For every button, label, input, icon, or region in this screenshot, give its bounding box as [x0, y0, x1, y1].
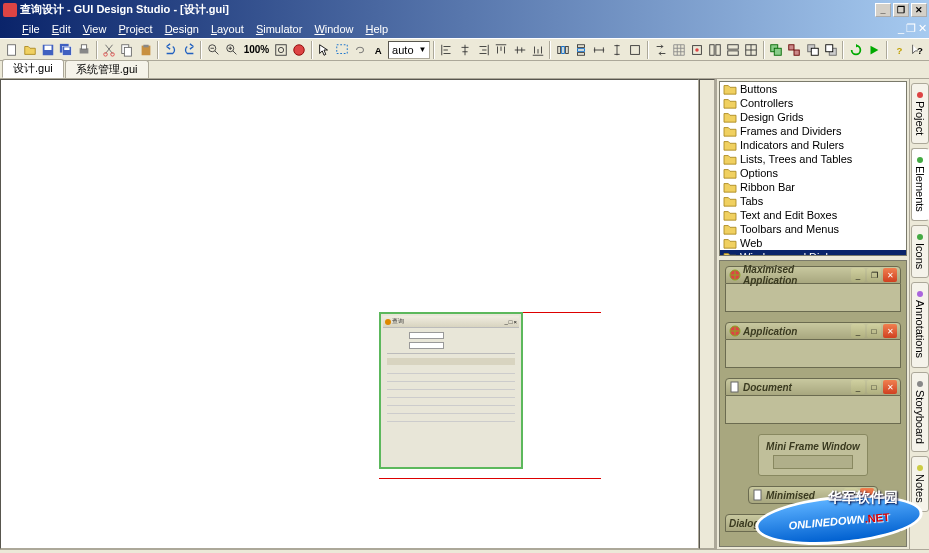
align-right-button[interactable] — [475, 40, 492, 60]
align-center-h-button[interactable] — [457, 40, 474, 60]
canvas-vertical-scrollbar[interactable] — [699, 79, 715, 549]
vtab-storyboard[interactable]: Storyboard — [911, 372, 929, 453]
category-controllers[interactable]: Controllers — [720, 96, 906, 110]
category-buttons[interactable]: Buttons — [720, 82, 906, 96]
menu-edit[interactable]: Edit — [46, 21, 77, 37]
category-design-grids[interactable]: Design Grids — [720, 110, 906, 124]
category-web[interactable]: Web — [720, 236, 906, 250]
zoom-actual-button[interactable] — [290, 40, 307, 60]
category-toolbars-menus[interactable]: Toolbars and Menus — [720, 222, 906, 236]
category-tree[interactable]: Buttons Controllers Design Grids Frames … — [719, 81, 907, 256]
category-tabs[interactable]: Tabs — [720, 194, 906, 208]
menu-layout[interactable]: Layout — [205, 21, 250, 37]
distribute-h-button[interactable] — [554, 40, 571, 60]
send-back-button[interactable] — [822, 40, 839, 60]
element-document[interactable]: Document _ □ ✕ — [725, 378, 901, 424]
align-bottom-button[interactable] — [529, 40, 546, 60]
category-windows-dialogs[interactable]: Windows and Dialogs — [720, 250, 906, 256]
save-button[interactable] — [39, 40, 56, 60]
vtab-annotations[interactable]: Annotations — [911, 282, 929, 367]
menu-project[interactable]: Project — [112, 21, 158, 37]
bring-front-button[interactable] — [804, 40, 821, 60]
design-window-element[interactable]: 查询 _ □ × — [379, 312, 523, 469]
saveall-button[interactable] — [57, 40, 74, 60]
tab-design[interactable]: 设计.gui — [2, 59, 64, 78]
pointer-button[interactable] — [316, 40, 333, 60]
zoom-out-button[interactable] — [205, 40, 222, 60]
snap-button[interactable] — [688, 40, 705, 60]
new-button[interactable] — [3, 40, 20, 60]
align-top-button[interactable] — [493, 40, 510, 60]
group-button[interactable] — [768, 40, 785, 60]
layout-b-button[interactable] — [725, 40, 742, 60]
minimize-button[interactable]: _ — [875, 3, 891, 17]
category-text-edit[interactable]: Text and Edit Boxes — [720, 208, 906, 222]
mdi-close-button[interactable]: ✕ — [918, 22, 927, 35]
same-size-button[interactable] — [627, 40, 644, 60]
annotations-icon — [917, 291, 923, 297]
element-minimised[interactable]: Minimised ❐ ✕ — [748, 486, 878, 504]
mdi-minimize-button[interactable]: _ — [898, 22, 904, 35]
element-preview-list[interactable]: Maximised Application _ ❐ ✕ Application … — [719, 260, 907, 547]
text-button[interactable]: A — [370, 40, 387, 60]
menu-view[interactable]: View — [77, 21, 113, 37]
menu-window[interactable]: Window — [308, 21, 359, 37]
ungroup-button[interactable] — [786, 40, 803, 60]
mdi-restore-button[interactable]: ❐ — [906, 22, 916, 35]
menu-design[interactable]: Design — [159, 21, 205, 37]
layout-c-button[interactable] — [743, 40, 760, 60]
element-application[interactable]: Application _ □ ✕ — [725, 322, 901, 368]
run-button[interactable] — [865, 40, 882, 60]
tab-order-button[interactable] — [652, 40, 669, 60]
category-label: Web — [740, 237, 762, 249]
same-height-button[interactable] — [609, 40, 626, 60]
select-button[interactable] — [334, 40, 351, 60]
element-mini-frame-window[interactable]: Mini Frame Window — [758, 434, 868, 476]
document-tabs: 设计.gui 系统管理.gui — [0, 61, 929, 79]
menu-simulator[interactable]: Simulator — [250, 21, 308, 37]
context-help-button[interactable]: ? — [909, 40, 926, 60]
menu-file[interactable]: File — [16, 21, 46, 37]
grid-button[interactable] — [670, 40, 687, 60]
cut-button[interactable] — [101, 40, 118, 60]
align-left-button[interactable] — [438, 40, 455, 60]
svg-rect-36 — [775, 48, 782, 55]
category-frames[interactable]: Frames and Dividers — [720, 124, 906, 138]
align-center-v-button[interactable] — [511, 40, 528, 60]
close-button[interactable]: ✕ — [911, 3, 927, 17]
menu-help[interactable]: Help — [360, 21, 395, 37]
distribute-v-button[interactable] — [572, 40, 589, 60]
guide-line-bottom[interactable] — [379, 478, 601, 479]
paste-button[interactable] — [137, 40, 154, 60]
same-width-button[interactable] — [591, 40, 608, 60]
vtab-project[interactable]: Project — [911, 83, 929, 144]
resize-mode-dropdown[interactable]: auto ▼ — [388, 41, 430, 59]
help-button[interactable]: ? — [891, 40, 908, 60]
category-options[interactable]: Options — [720, 166, 906, 180]
element-maximised-application[interactable]: Maximised Application _ ❐ ✕ — [725, 266, 901, 312]
open-button[interactable] — [21, 40, 38, 60]
layout-a-button[interactable] — [706, 40, 723, 60]
element-label: Maximised Application — [743, 264, 849, 286]
vtab-notes[interactable]: Notes — [911, 456, 929, 512]
vtab-icons[interactable]: Icons — [911, 225, 929, 278]
vtab-label: Project — [914, 101, 926, 135]
category-lists[interactable]: Lists, Trees and Tables — [720, 152, 906, 166]
element-dialog[interactable]: Dialog — [725, 514, 901, 532]
maximize-button[interactable]: ❐ — [893, 3, 909, 17]
redo-button[interactable] — [180, 40, 197, 60]
vtab-elements[interactable]: Elements — [911, 148, 929, 221]
print-button[interactable] — [76, 40, 93, 60]
copy-button[interactable] — [119, 40, 136, 60]
tab-sysmgr[interactable]: 系统管理.gui — [65, 60, 149, 78]
refresh-button[interactable] — [847, 40, 864, 60]
mock-max-icon: □ — [509, 319, 513, 325]
zoom-fit-button[interactable] — [272, 40, 289, 60]
undo-button[interactable] — [162, 40, 179, 60]
category-ribbon[interactable]: Ribbon Bar — [720, 180, 906, 194]
category-indicators[interactable]: Indicators and Rulers — [720, 138, 906, 152]
design-canvas[interactable]: 查询 _ □ × — [0, 79, 699, 549]
link-button[interactable] — [352, 40, 369, 60]
zoom-in-button[interactable] — [224, 40, 241, 60]
zoom-label[interactable]: 100% — [242, 44, 272, 55]
